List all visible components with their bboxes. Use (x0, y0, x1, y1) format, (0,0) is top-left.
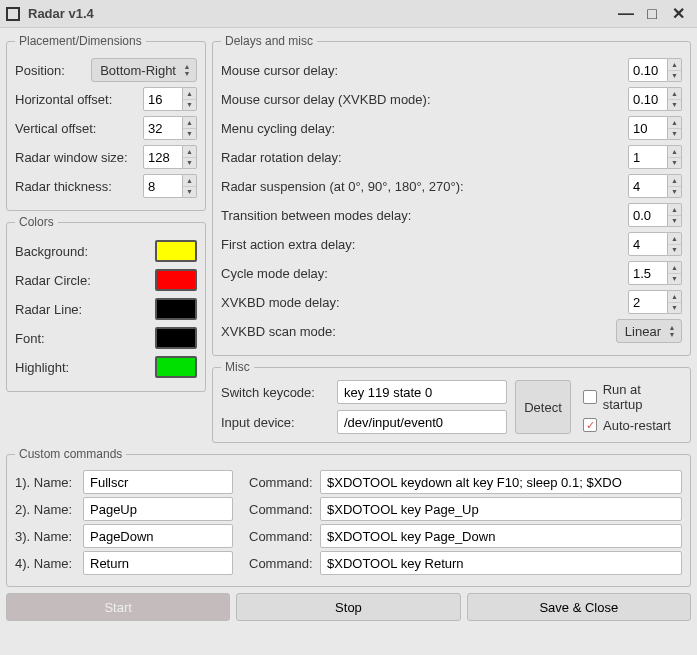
window-title: Radar v1.4 (28, 6, 613, 21)
cmd-name-input[interactable] (83, 497, 233, 521)
misc-group: Misc Switch keycode: Input device: (212, 360, 691, 443)
menu-cycle-label: Menu cycling delay: (221, 121, 622, 136)
cmd-index: 2). Name: (15, 502, 77, 517)
xvkbd-mode-label: XVKBD mode delay: (221, 295, 622, 310)
win-size-input[interactable] (143, 145, 183, 169)
win-size-spinner[interactable]: ▲▼ (143, 145, 197, 169)
stop-button[interactable]: Stop (236, 593, 460, 621)
updown-icon[interactable]: ▲▼ (668, 87, 682, 111)
cmd-command-input[interactable] (320, 470, 682, 494)
auto-restart-label: Auto-restart (603, 418, 671, 433)
cmd-command-input[interactable] (320, 524, 682, 548)
h-offset-label: Horizontal offset: (15, 92, 137, 107)
start-button[interactable]: Start (6, 593, 230, 621)
win-size-label: Radar window size: (15, 150, 137, 165)
first-action-spinner[interactable]: ▲▼ (628, 232, 682, 256)
thickness-spinner[interactable]: ▲▼ (143, 174, 197, 198)
command-row: 4). Name: Command: (15, 551, 682, 575)
cmd-index: 4). Name: (15, 556, 77, 571)
suspension-input[interactable] (628, 174, 668, 198)
v-offset-label: Vertical offset: (15, 121, 137, 136)
updown-icon[interactable]: ▲▼ (668, 174, 682, 198)
mouse-xvkbd-label: Mouse cursor delay (XVKBD mode): (221, 92, 622, 107)
scan-mode-combo[interactable]: Linear ▲▼ (616, 319, 682, 343)
auto-restart-checkbox[interactable]: ✓ (583, 418, 597, 432)
position-combo[interactable]: Bottom-Right ▲▼ (91, 58, 197, 82)
mouse-xvkbd-spinner[interactable]: ▲▼ (628, 87, 682, 111)
updown-icon[interactable]: ▲▼ (183, 145, 197, 169)
suspension-spinner[interactable]: ▲▼ (628, 174, 682, 198)
line-color-swatch[interactable] (155, 298, 197, 320)
h-offset-spinner[interactable]: ▲▼ (143, 87, 197, 111)
updown-icon[interactable]: ▲▼ (668, 290, 682, 314)
rotation-input[interactable] (628, 145, 668, 169)
thickness-input[interactable] (143, 174, 183, 198)
command-row: 3). Name: Command: (15, 524, 682, 548)
menu-cycle-input[interactable] (628, 116, 668, 140)
delays-group: Delays and misc Mouse cursor delay: ▲▼ M… (212, 34, 691, 356)
menu-cycle-spinner[interactable]: ▲▼ (628, 116, 682, 140)
h-offset-input[interactable] (143, 87, 183, 111)
delays-legend: Delays and misc (221, 34, 317, 48)
cmd-command-input[interactable] (320, 551, 682, 575)
command-row: 1). Name: Command: (15, 470, 682, 494)
updown-icon[interactable]: ▲▼ (668, 116, 682, 140)
mouse-delay-input[interactable] (628, 58, 668, 82)
updown-icon[interactable]: ▲▼ (183, 174, 197, 198)
cycle-mode-input[interactable] (628, 261, 668, 285)
save-close-button[interactable]: Save & Close (467, 593, 691, 621)
v-offset-input[interactable] (143, 116, 183, 140)
transition-spinner[interactable]: ▲▼ (628, 203, 682, 227)
main-window: Radar v1.4 — □ ✕ Placement/Dimensions Po… (0, 0, 697, 655)
updown-icon[interactable]: ▲▼ (668, 261, 682, 285)
cmd-command-label: Command: (239, 475, 314, 490)
cmd-command-input[interactable] (320, 497, 682, 521)
cmd-name-input[interactable] (83, 470, 233, 494)
v-offset-spinner[interactable]: ▲▼ (143, 116, 197, 140)
updown-icon[interactable]: ▲▼ (183, 116, 197, 140)
updown-icon: ▲▼ (182, 63, 192, 77)
input-device-input[interactable] (337, 410, 507, 434)
titlebar: Radar v1.4 — □ ✕ (0, 0, 697, 28)
cmd-name-input[interactable] (83, 551, 233, 575)
run-startup-checkbox[interactable] (583, 390, 597, 404)
line-color-label: Radar Line: (15, 302, 149, 317)
detect-button[interactable]: Detect (515, 380, 571, 434)
font-color-swatch[interactable] (155, 327, 197, 349)
bottom-button-bar: Start Stop Save & Close (6, 591, 691, 621)
cmd-index: 3). Name: (15, 529, 77, 544)
run-startup-label: Run at startup (603, 382, 682, 412)
switch-keycode-label: Switch keycode: (221, 385, 331, 400)
content-area: Placement/Dimensions Position: Bottom-Ri… (0, 28, 697, 655)
app-icon (6, 7, 20, 21)
updown-icon[interactable]: ▲▼ (668, 203, 682, 227)
colors-group: Colors Background: Radar Circle: Radar L… (6, 215, 206, 392)
mouse-xvkbd-input[interactable] (628, 87, 668, 111)
xvkbd-mode-input[interactable] (628, 290, 668, 314)
colors-legend: Colors (15, 215, 58, 229)
cmd-command-label: Command: (239, 502, 314, 517)
cmd-name-input[interactable] (83, 524, 233, 548)
minimize-button[interactable]: — (613, 3, 639, 25)
rotation-spinner[interactable]: ▲▼ (628, 145, 682, 169)
mouse-delay-spinner[interactable]: ▲▼ (628, 58, 682, 82)
suspension-label: Radar suspension (at 0°, 90°, 180°, 270°… (221, 179, 622, 194)
first-action-input[interactable] (628, 232, 668, 256)
updown-icon[interactable]: ▲▼ (668, 58, 682, 82)
circle-color-swatch[interactable] (155, 269, 197, 291)
switch-keycode-input[interactable] (337, 380, 507, 404)
transition-input[interactable] (628, 203, 668, 227)
maximize-button[interactable]: □ (639, 3, 665, 25)
updown-icon[interactable]: ▲▼ (668, 145, 682, 169)
cycle-mode-label: Cycle mode delay: (221, 266, 622, 281)
commands-group: Custom commands 1). Name: Command: 2). N… (6, 447, 691, 587)
highlight-color-swatch[interactable] (155, 356, 197, 378)
xvkbd-mode-spinner[interactable]: ▲▼ (628, 290, 682, 314)
updown-icon[interactable]: ▲▼ (668, 232, 682, 256)
scan-mode-label: XVKBD scan mode: (221, 324, 610, 339)
bg-color-swatch[interactable] (155, 240, 197, 262)
cycle-mode-spinner[interactable]: ▲▼ (628, 261, 682, 285)
updown-icon[interactable]: ▲▼ (183, 87, 197, 111)
close-button[interactable]: ✕ (665, 3, 691, 25)
placement-group: Placement/Dimensions Position: Bottom-Ri… (6, 34, 206, 211)
